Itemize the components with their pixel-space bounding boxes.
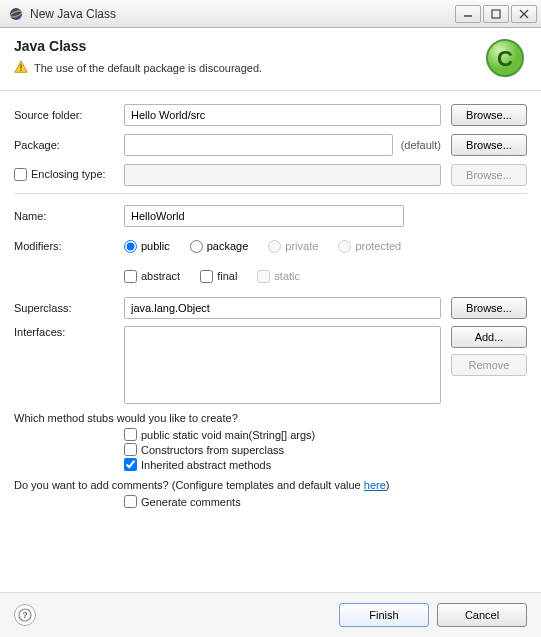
source-folder-input[interactable] xyxy=(124,104,441,126)
svg-text:?: ? xyxy=(22,610,28,620)
modifier-private-radio: private xyxy=(268,240,318,253)
browse-superclass-button[interactable]: Browse... xyxy=(451,297,527,319)
stubs-question: Which method stubs would you like to cre… xyxy=(14,412,527,424)
browse-source-button[interactable]: Browse... xyxy=(451,104,527,126)
finish-button[interactable]: Finish xyxy=(339,603,429,627)
enclosing-type-checkbox[interactable]: Enclosing type: xyxy=(14,168,106,181)
label-name: Name: xyxy=(14,210,124,222)
enclosing-type-input xyxy=(124,164,441,186)
generate-comments-checkbox[interactable]: Generate comments xyxy=(124,495,527,508)
label-package: Package: xyxy=(14,139,124,151)
label-source-folder: Source folder: xyxy=(14,109,124,121)
stub-inherited-checkbox[interactable]: Inherited abstract methods xyxy=(124,458,527,471)
browse-enclosing-button: Browse... xyxy=(451,164,527,186)
name-input[interactable] xyxy=(124,205,404,227)
close-button[interactable] xyxy=(511,5,537,23)
titlebar: New Java Class xyxy=(0,0,541,28)
svg-text:C: C xyxy=(497,46,513,71)
modifier-package-radio[interactable]: package xyxy=(190,240,249,253)
modifier-final-checkbox[interactable]: final xyxy=(200,270,237,283)
minimize-button[interactable] xyxy=(455,5,481,23)
label-modifiers: Modifiers: xyxy=(14,240,124,252)
warning-icon xyxy=(14,60,28,76)
svg-rect-6 xyxy=(20,64,21,68)
svg-rect-3 xyxy=(492,10,500,18)
stub-main-checkbox[interactable]: public static void main(String[] args) xyxy=(124,428,527,441)
modifier-protected-radio: protected xyxy=(338,240,401,253)
dialog-heading: Java Class xyxy=(14,38,527,54)
modifier-abstract-checkbox[interactable]: abstract xyxy=(124,270,180,283)
browse-package-button[interactable]: Browse... xyxy=(451,134,527,156)
eclipse-icon xyxy=(8,6,24,22)
window-title: New Java Class xyxy=(30,7,455,21)
package-input[interactable] xyxy=(124,134,393,156)
cancel-button[interactable]: Cancel xyxy=(437,603,527,627)
dialog-header: Java Class The use of the default packag… xyxy=(0,28,541,91)
dialog-footer: ? Finish Cancel xyxy=(0,592,541,637)
label-interfaces: Interfaces: xyxy=(14,326,124,338)
interfaces-listbox[interactable] xyxy=(124,326,441,404)
label-superclass: Superclass: xyxy=(14,302,124,314)
comments-question: Do you want to add comments? (Configure … xyxy=(14,479,527,491)
superclass-input[interactable] xyxy=(124,297,441,319)
dialog-hint: The use of the default package is discou… xyxy=(34,62,262,74)
svg-rect-7 xyxy=(20,70,21,71)
modifier-static-checkbox: static xyxy=(257,270,300,283)
configure-templates-link[interactable]: here xyxy=(364,479,386,491)
modifier-public-radio[interactable]: public xyxy=(124,240,170,253)
add-interface-button[interactable]: Add... xyxy=(451,326,527,348)
class-icon: C xyxy=(483,36,527,82)
stub-constructors-checkbox[interactable]: Constructors from superclass xyxy=(124,443,527,456)
help-button[interactable]: ? xyxy=(14,604,36,626)
maximize-button[interactable] xyxy=(483,5,509,23)
package-default-text: (default) xyxy=(401,139,441,151)
remove-interface-button: Remove xyxy=(451,354,527,376)
